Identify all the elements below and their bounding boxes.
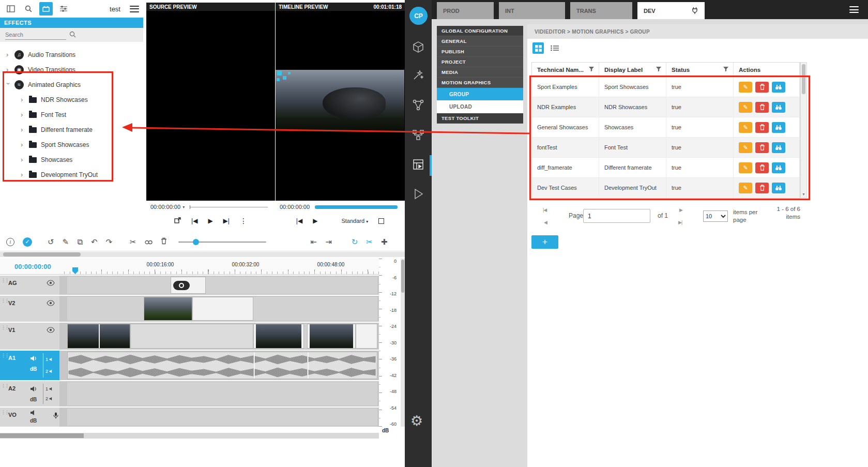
user-avatar[interactable]: CP [409, 7, 428, 25]
track-lane-a1[interactable] [59, 351, 379, 380]
eye-icon[interactable] [47, 327, 55, 334]
nav-general[interactable]: GENERAL [437, 36, 523, 47]
skip-start-icon[interactable]: |◀ [296, 218, 302, 224]
edit-button[interactable]: ✎ [739, 102, 752, 113]
tab-int[interactable]: INT [499, 2, 565, 19]
filter-icon[interactable] [656, 66, 662, 73]
list-view-button[interactable] [549, 42, 560, 54]
video-clip[interactable] [253, 324, 304, 349]
scrollbar-thumb[interactable] [3, 252, 81, 257]
undo-icon[interactable]: ↶ [91, 237, 98, 247]
chevron-right-icon[interactable]: › [21, 141, 25, 148]
play-icon[interactable]: ▶ [208, 218, 212, 224]
video-clip[interactable] [356, 324, 377, 349]
delete-clip-icon[interactable] [161, 237, 167, 246]
scrollbar-thumb[interactable] [401, 260, 404, 293]
tree-item-development-tryout[interactable]: › Development TryOut [0, 167, 143, 182]
admin-menu-icon[interactable] [849, 6, 859, 13]
delete-button[interactable] [755, 142, 769, 153]
chevron-down-icon[interactable]: › [5, 83, 12, 87]
info-icon[interactable]: i [6, 238, 14, 246]
settings-gear-icon[interactable]: ⚙ [410, 413, 423, 429]
skip-end-icon[interactable]: ▶| [223, 218, 230, 224]
table-row[interactable]: Dev Test Cases Development TryOut true ✎ [532, 178, 800, 198]
edit-button[interactable]: ✎ [739, 162, 752, 173]
video-clip[interactable] [144, 297, 192, 321]
drag-handle-icon[interactable]: ⋮⋮ [1, 325, 8, 330]
track-header-a2[interactable]: ⋮⋮ A2 dB 1 2 [0, 381, 59, 406]
track-lane-v1[interactable] [59, 323, 379, 350]
microphone-icon[interactable] [53, 412, 59, 420]
nav-media[interactable]: MEDIA [437, 67, 523, 78]
cut-icon[interactable]: ✂ [130, 237, 136, 247]
effects-wand-icon[interactable] [412, 68, 425, 82]
tree-group-audio-transitions[interactable]: › ♫ Audio Transitions [0, 47, 143, 62]
split-view-icon[interactable]: ⧉ [77, 237, 83, 247]
speaker-icon[interactable] [49, 387, 54, 391]
edit-button[interactable]: ✎ [739, 82, 752, 93]
table-scrollbar[interactable]: ▼ [800, 62, 807, 198]
chevron-right-icon[interactable]: › [21, 96, 25, 103]
more-options-icon[interactable]: ⋮ [240, 217, 247, 224]
db-label[interactable]: dB [30, 397, 37, 402]
check-icon[interactable]: ✓ [23, 237, 32, 247]
column-header-display-label[interactable]: Display Label [599, 63, 666, 77]
edit-button[interactable]: ✎ [739, 183, 752, 193]
timeline-bottom-scrollbar[interactable] [0, 433, 379, 439]
drag-handle-icon[interactable]: ⋮⋮ [1, 298, 8, 303]
nav-publish[interactable]: PUBLISH [437, 47, 523, 57]
grid-view-button[interactable] [532, 42, 544, 54]
track-header-vo[interactable]: ⋮⋮ VO dB [0, 408, 59, 427]
filter-icon[interactable] [723, 66, 729, 73]
tab-dev[interactable]: DEV [637, 2, 705, 19]
tab-prod[interactable]: PROD [437, 2, 494, 19]
delete-button[interactable] [755, 183, 769, 193]
chevron-right-icon[interactable]: › [21, 111, 25, 118]
search-icon[interactable] [22, 2, 35, 16]
tree-item-sport-showcases[interactable]: › Sport Showcases [0, 137, 143, 152]
jump-next-edit-icon[interactable]: ⇥ [325, 237, 332, 247]
delete-button[interactable] [755, 82, 769, 93]
timeline-preview-progress[interactable] [315, 205, 398, 209]
delete-button[interactable] [755, 102, 769, 113]
timeline-vertical-scrollbar[interactable] [401, 259, 405, 427]
preview-button[interactable] [772, 82, 785, 93]
speaker-icon[interactable] [49, 369, 54, 373]
scrollbar-thumb[interactable] [802, 64, 805, 94]
table-row[interactable]: diff_framerate Different framerate true … [532, 158, 800, 178]
motion-graphics-config-icon[interactable] [412, 158, 425, 171]
skip-start-icon[interactable]: |◀ [191, 218, 197, 224]
zoom-slider-knob[interactable] [193, 239, 199, 245]
scrollbar-thumb[interactable] [0, 433, 84, 438]
last-page-button[interactable]: ▶| [678, 220, 682, 225]
history-icon[interactable]: ↺ [48, 237, 54, 247]
track-header-a1[interactable]: ⋮⋮ A1 dB 1 2 [0, 351, 59, 380]
column-header-status[interactable]: Status [666, 63, 734, 77]
tree-group-video-transitions[interactable]: › ◉ Video Transitions [0, 62, 143, 77]
editor-menu-icon[interactable] [130, 6, 139, 12]
items-per-page-select[interactable]: 10 [703, 210, 728, 222]
timeline-ruler[interactable]: 00:00:00:00 00:00:16:00 00:00:32:00 00:0… [0, 259, 379, 275]
panel-layout-icon[interactable] [4, 2, 18, 16]
table-row[interactable]: General Showcases Showcases true ✎ [532, 117, 800, 138]
nav-motion-graphics[interactable]: MOTION GRAPHICS [437, 78, 523, 88]
nav-project[interactable]: PROJECT [437, 57, 523, 67]
jump-prev-edit-icon[interactable]: ⇤ [311, 237, 317, 247]
page-number-input[interactable] [583, 209, 650, 223]
video-clip[interactable] [67, 324, 130, 349]
chevron-down-icon[interactable]: ▾ [182, 205, 185, 209]
prev-page-button[interactable]: ◀ [544, 220, 547, 225]
play-icon[interactable]: ▶ [313, 218, 317, 224]
preview-button[interactable] [772, 102, 785, 113]
audio-clip[interactable] [67, 352, 377, 379]
next-page-button[interactable]: ▶ [679, 207, 682, 213]
search-icon[interactable] [69, 31, 76, 40]
tree-item-showcases[interactable]: › Showcases [0, 152, 143, 167]
column-header-technical-name[interactable]: Technical Nam... [532, 63, 599, 77]
nav-test-toolkit[interactable]: TEST TOOLKIT [437, 113, 523, 124]
edit-tool-icon[interactable]: ✎ [63, 237, 69, 247]
track-header-v2[interactable]: ⋮⋮ V2 [0, 296, 59, 322]
package-icon[interactable] [412, 40, 425, 54]
track-lane-a2[interactable] [59, 381, 379, 406]
settings-sliders-icon[interactable] [57, 2, 70, 16]
